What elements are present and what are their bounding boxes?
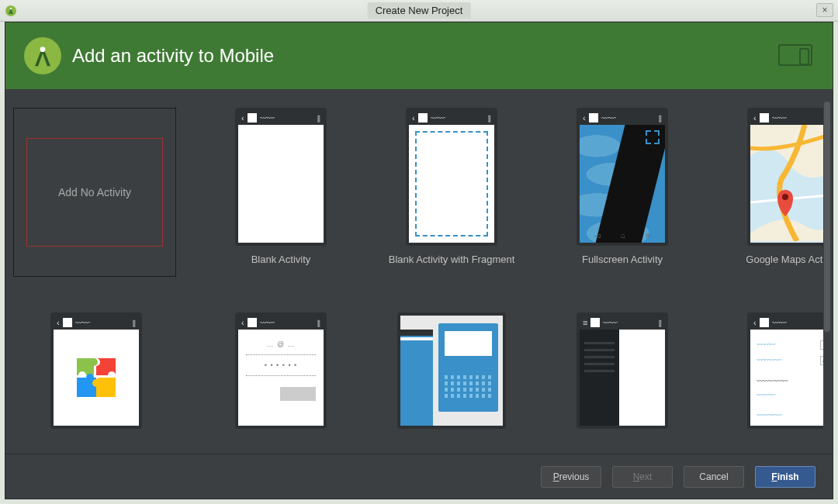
template-label-maps: Google Maps Activity: [746, 254, 825, 268]
app-title-icon: [760, 113, 769, 123]
previous-button[interactable]: Previous: [541, 466, 601, 488]
app-title-icon: [589, 113, 598, 123]
overflow-menu-icon: •••: [658, 115, 662, 122]
title-squiggle-icon: 〰〰: [431, 114, 445, 123]
template-settings-activity[interactable]: ‹〰〰 ••• 〰〰〰 〰〰〰〰✔ 〰〰〰〰〰 〰〰〰 〰〰〰〰: [727, 312, 825, 429]
next-label-rest: ext: [639, 471, 652, 482]
template-cell-nav-drawer: ≡〰〰 •••: [556, 312, 688, 429]
nav-bar-icon: ◅⌂≡: [584, 229, 660, 241]
next-button[interactable]: Next: [612, 466, 673, 488]
overflow-menu-icon: •••: [487, 115, 491, 122]
no-activity-label: Add No Activity: [26, 138, 163, 247]
template-cell-login: ‹〰〰 ••• … @ … • • • • • •: [215, 312, 347, 429]
title-squiggle-icon: 〰〰: [772, 114, 786, 123]
map-preview-icon: [750, 125, 825, 241]
overflow-menu-icon: •••: [317, 319, 320, 326]
fragment-outline-icon: [415, 131, 488, 236]
template-cell-fragment: ‹〰〰 ••• Blank Activity with Fragment: [386, 108, 518, 299]
scrollbar-thumb[interactable]: [824, 102, 830, 332]
title-squiggle-icon: 〰〰: [603, 319, 617, 327]
phone-actionbar: ≡〰〰 •••: [580, 316, 665, 330]
title-squiggle-icon: 〰〰: [75, 319, 89, 327]
template-add-no-activity[interactable]: Add No Activity: [13, 108, 176, 277]
back-icon: ‹: [583, 113, 586, 123]
password-hint-icon: • • • • • •: [265, 361, 297, 369]
drawer-icon: ≡: [583, 318, 587, 327]
app-title-icon: [248, 318, 257, 327]
phone-actionbar: ‹〰〰 •••: [54, 316, 139, 330]
form-factor-icon: [778, 44, 812, 71]
template-cell-blank: ‹〰〰 ••• Blank Activity: [215, 108, 347, 299]
wizard-title: Add an activity to Mobile: [72, 45, 274, 67]
back-icon: ‹: [753, 113, 757, 123]
template-google-maps-activity[interactable]: ‹〰〰 •••: [727, 108, 825, 246]
previous-label-rest: revious: [559, 471, 590, 482]
template-cell-master-detail: [386, 312, 518, 429]
back-icon: ‹: [57, 318, 60, 327]
title-squiggle-icon: 〰〰: [601, 114, 615, 123]
expand-icon: [645, 129, 660, 145]
window-title: Create New Project: [368, 2, 471, 19]
template-label-blank: Blank Activity: [251, 254, 311, 268]
cancel-button[interactable]: Cancel: [684, 466, 744, 488]
overflow-menu-icon: •••: [132, 319, 136, 326]
play-services-puzzle-icon: [73, 354, 119, 401]
navigation-drawer-icon: [580, 330, 619, 426]
wizard-header: Add an activity to Mobile: [5, 22, 833, 89]
app-title-icon: [63, 318, 72, 327]
app-title-icon: [418, 113, 428, 123]
template-google-play-services[interactable]: ‹〰〰 •••: [30, 312, 162, 429]
dialog-window: Add an activity to Mobile Add No Activit…: [5, 22, 833, 499]
svg-point-3: [40, 47, 46, 52]
title-squiggle-icon: 〰〰: [260, 319, 274, 327]
phone-actionbar: ‹〰〰 •••: [409, 111, 494, 125]
overflow-menu-icon: •••: [317, 115, 320, 122]
back-icon: ‹: [753, 318, 757, 327]
phone-actionbar: ‹〰〰 •••: [580, 111, 665, 125]
title-squiggle-icon: 〰〰: [260, 114, 274, 123]
svg-point-7: [782, 194, 788, 200]
svg-point-1: [10, 7, 12, 9]
phone-actionbar: ‹〰〰 •••: [750, 316, 825, 330]
finish-label-rest: inish: [777, 471, 799, 482]
template-cell-none: Add No Activity: [16, 108, 176, 299]
template-cell-play-services: ‹〰〰 •••: [16, 312, 176, 429]
title-squiggle-icon: 〰〰: [772, 319, 786, 327]
finish-button[interactable]: Finish: [755, 466, 815, 488]
back-icon: ‹: [412, 113, 415, 123]
template-login-activity[interactable]: ‹〰〰 ••• … @ … • • • • • •: [215, 312, 347, 429]
template-fullscreen-activity[interactable]: ‹〰〰 ••• ◅⌂≡: [556, 108, 688, 246]
wizard-footer: Previous Next Cancel Finish: [5, 454, 833, 499]
template-label-fragment: Blank Activity with Fragment: [389, 254, 515, 268]
phone-actionbar: ‹〰〰 •••: [238, 111, 324, 125]
phone-actionbar: ‹〰〰 •••: [750, 111, 825, 125]
app-title-icon: [248, 113, 257, 123]
app-icon: [5, 5, 17, 17]
titlebar: Create New Project ×: [0, 0, 838, 22]
template-navigation-drawer-activity[interactable]: ≡〰〰 •••: [556, 312, 688, 429]
close-icon: ×: [822, 5, 827, 16]
back-icon: ‹: [241, 318, 244, 327]
template-master-detail-flow[interactable]: [386, 312, 518, 429]
vertical-scrollbar[interactable]: [823, 100, 831, 449]
window-close-button[interactable]: ×: [816, 3, 833, 17]
overflow-menu-icon: •••: [658, 319, 662, 326]
back-icon: ‹: [241, 113, 244, 123]
svg-point-2: [29, 42, 57, 71]
template-gallery: Add No Activity ‹〰〰 ••• Blank Activity: [13, 100, 825, 452]
detail-pane-icon: [438, 323, 498, 412]
template-blank-activity[interactable]: ‹〰〰 •••: [215, 108, 347, 246]
svg-rect-5: [800, 49, 809, 64]
template-grid: Add No Activity ‹〰〰 ••• Blank Activity: [13, 100, 825, 437]
sign-in-button-icon: [280, 387, 316, 401]
template-cell-fullscreen: ‹〰〰 ••• ◅⌂≡ Fullscreen Activ: [556, 108, 688, 299]
phone-actionbar: ‹〰〰 •••: [238, 316, 324, 330]
master-list-icon: [400, 330, 433, 426]
template-cell-maps: ‹〰〰 •••: [727, 108, 825, 299]
template-blank-fragment[interactable]: ‹〰〰 •••: [386, 108, 518, 246]
app-title-icon: [590, 318, 600, 327]
email-hint-icon: … @ …: [266, 340, 295, 348]
template-cell-settings: ‹〰〰 ••• 〰〰〰 〰〰〰〰✔ 〰〰〰〰〰 〰〰〰 〰〰〰〰: [727, 312, 825, 429]
android-studio-logo-icon: [24, 37, 61, 74]
template-label-fullscreen: Fullscreen Activity: [582, 254, 663, 268]
